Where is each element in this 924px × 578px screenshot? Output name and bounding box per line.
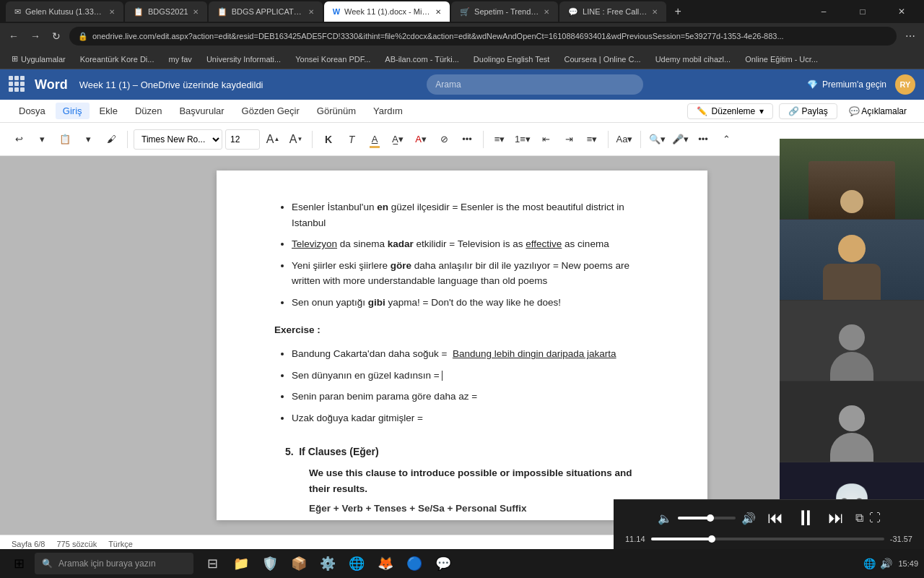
volume-bar[interactable] bbox=[678, 517, 736, 519]
volume-up-icon[interactable]: 🔊 bbox=[741, 512, 756, 525]
bookmark-online[interactable]: Online Eğitim - Ucr... bbox=[739, 53, 824, 65]
bookmark-apps-icon: ⊞ bbox=[12, 54, 18, 64]
menu-yardim[interactable]: Yardım bbox=[366, 103, 410, 119]
tab-line-close[interactable]: ✕ bbox=[652, 8, 658, 16]
font-size-increase[interactable]: A▲ bbox=[263, 129, 283, 150]
highlight-button[interactable]: A̲ ▾ bbox=[388, 129, 408, 150]
font-selector[interactable]: Times New Ro... bbox=[134, 129, 222, 150]
tab-word-close[interactable]: ✕ bbox=[435, 8, 441, 16]
task-view-button[interactable]: ⊟ bbox=[199, 551, 225, 577]
start-button[interactable]: ⊞ bbox=[6, 551, 32, 577]
styles-button[interactable]: Aa▾ bbox=[614, 129, 635, 150]
word-search-box[interactable] bbox=[427, 74, 643, 95]
firefox-button[interactable]: 🦊 bbox=[372, 551, 398, 577]
premium-button[interactable]: 💎 Premium'a geçin bbox=[807, 79, 886, 90]
menu-basvurular[interactable]: Başvurular bbox=[172, 103, 231, 119]
bookmark-apps[interactable]: ⊞ Uygulamalar bbox=[6, 53, 71, 65]
tab-gmail-icon: ✉ bbox=[14, 7, 21, 17]
tab-gmail[interactable]: ✉ Gelen Kutusu (1.334) - rume... ✕ bbox=[6, 1, 123, 22]
user-avatar[interactable]: RY bbox=[895, 74, 915, 95]
bookmark-uni[interactable]: University Informati... bbox=[201, 53, 287, 65]
apps-grid-button[interactable] bbox=[9, 76, 26, 93]
close-button[interactable]: ✕ bbox=[885, 0, 918, 23]
indent-increase-button[interactable]: ⇥ bbox=[559, 129, 579, 150]
bookmark-coursera[interactable]: Coursera | Online C... bbox=[558, 53, 646, 65]
maximize-button[interactable]: □ bbox=[846, 0, 879, 23]
font-size-input[interactable] bbox=[225, 129, 260, 150]
bookmark-ab[interactable]: AB-ilan.com - Türki... bbox=[379, 53, 465, 65]
fullscreen-icon[interactable]: ⛶ bbox=[869, 512, 881, 525]
store-button[interactable]: 📦 bbox=[286, 551, 312, 577]
taskbar-search[interactable]: 🔍 Aramak için buraya yazın bbox=[35, 553, 193, 574]
chat-button[interactable]: 💬 bbox=[430, 551, 456, 577]
italic-button[interactable]: T bbox=[341, 129, 362, 150]
dictate-button[interactable]: 🎤▾ bbox=[670, 129, 690, 150]
comments-button[interactable]: 💬 Açıklamalar bbox=[843, 104, 912, 118]
menu-gozden[interactable]: Gözden Geçir bbox=[235, 103, 307, 119]
menu-ekle[interactable]: Ekle bbox=[92, 103, 125, 119]
menu-duzen[interactable]: Düzen bbox=[128, 103, 170, 119]
more-button[interactable]: ••• bbox=[693, 129, 713, 150]
menu-giris[interactable]: Giriş bbox=[56, 103, 90, 119]
bookmark-korean[interactable]: Koreantürk Kore Di... bbox=[74, 53, 160, 65]
forward-button[interactable]: → bbox=[27, 27, 43, 45]
bookmark-udemy[interactable]: Udemy mobil cihazl... bbox=[650, 53, 737, 65]
tab-bdgs2021[interactable]: 📋 BDGS2021 ✕ bbox=[125, 1, 207, 22]
more-formats-button[interactable]: ••• bbox=[457, 129, 477, 150]
paste-button[interactable]: 📋 bbox=[55, 129, 75, 150]
tab-line[interactable]: 💬 LINE : Free Calls & Messages ✕ bbox=[559, 1, 666, 22]
address-box[interactable]: 🔒 onedrive.live.com/edit.aspx?action=edi… bbox=[69, 27, 897, 46]
back-button[interactable]: ← bbox=[6, 27, 22, 45]
bullets-button[interactable]: ≡▾ bbox=[489, 129, 510, 150]
font-size-decrease[interactable]: A▼ bbox=[286, 129, 306, 150]
bold-button[interactable]: K bbox=[318, 129, 339, 150]
speaker-icon[interactable]: 🔊 bbox=[880, 558, 892, 569]
menu-gorunum[interactable]: Görünüm bbox=[310, 103, 363, 119]
format-clear-button[interactable]: ⊘ bbox=[434, 129, 454, 150]
tab-bdgs-form[interactable]: 📋 BDGS APPLICATION FORM 2... ✕ bbox=[209, 1, 323, 22]
collapse-ribbon-button[interactable]: ⌃ bbox=[716, 129, 736, 150]
fast-forward-button[interactable]: ⏭ bbox=[828, 509, 844, 527]
tab-trendyol[interactable]: 🛒 Sepetim - Trendyol ✕ bbox=[451, 1, 558, 22]
progress-track[interactable] bbox=[651, 538, 884, 540]
undo-arrow[interactable]: ▾ bbox=[32, 129, 52, 150]
rewind-button[interactable]: ⏮ bbox=[767, 509, 783, 527]
file-explorer-button[interactable]: 📁 bbox=[228, 551, 254, 577]
new-tab-button[interactable]: + bbox=[668, 1, 688, 22]
word-search-input[interactable] bbox=[427, 74, 643, 95]
network-icon[interactable]: 🌐 bbox=[863, 558, 876, 569]
chrome-button[interactable]: 🔵 bbox=[401, 551, 427, 577]
paste-arrow[interactable]: ▾ bbox=[78, 129, 98, 150]
menu-dosya[interactable]: Dosya bbox=[12, 103, 53, 119]
video-thumb-1 bbox=[780, 139, 924, 220]
video-panel: 💀 bbox=[780, 139, 924, 543]
edge-button[interactable]: 🌐 bbox=[344, 551, 370, 577]
security-button[interactable]: 🛡️ bbox=[257, 551, 283, 577]
font-color-button[interactable]: A ▾ bbox=[411, 129, 431, 150]
numbering-button[interactable]: 1≡▾ bbox=[513, 129, 533, 150]
indent-decrease-button[interactable]: ⇤ bbox=[536, 129, 556, 150]
tab-gmail-close[interactable]: ✕ bbox=[109, 8, 115, 16]
refresh-button[interactable]: ↻ bbox=[49, 27, 64, 45]
find-button[interactable]: 🔍▾ bbox=[647, 129, 667, 150]
bookmark-duolingo[interactable]: Duolingo English Test bbox=[468, 53, 556, 65]
bookmark-myfav[interactable]: my fav bbox=[162, 53, 197, 65]
align-button[interactable]: ≡▾ bbox=[582, 129, 602, 150]
pause-button[interactable]: ⏸ bbox=[795, 506, 816, 530]
bookmark-yonsei[interactable]: Yonsei Korean PDF... bbox=[289, 53, 376, 65]
volume-icon[interactable]: 🔈 bbox=[658, 512, 672, 525]
tab-word[interactable]: W Week 11 (1).docx - Microsof... ✕ bbox=[324, 1, 450, 22]
extensions-btn[interactable]: ⋯ bbox=[902, 27, 918, 45]
settings-icon[interactable]: ⚙️ bbox=[315, 551, 341, 577]
tab-bdgs-form-close[interactable]: ✕ bbox=[308, 8, 314, 16]
share-button[interactable]: 🔗 Paylaş bbox=[779, 103, 837, 119]
tab-bdgs2021-close[interactable]: ✕ bbox=[193, 8, 199, 16]
format-paint-button[interactable]: 🖌 bbox=[101, 129, 121, 150]
minimize-button[interactable]: – bbox=[807, 0, 840, 23]
editing-button[interactable]: ✏️ Düzenleme ▾ bbox=[687, 103, 774, 119]
pip-icon[interactable]: ⧉ bbox=[855, 512, 863, 525]
tab-trendyol-close[interactable]: ✕ bbox=[544, 8, 549, 16]
undo-button[interactable]: ↩ bbox=[9, 129, 29, 150]
page-info: Sayfa 6/8 bbox=[12, 540, 45, 548]
underline-button[interactable]: A bbox=[365, 129, 385, 150]
